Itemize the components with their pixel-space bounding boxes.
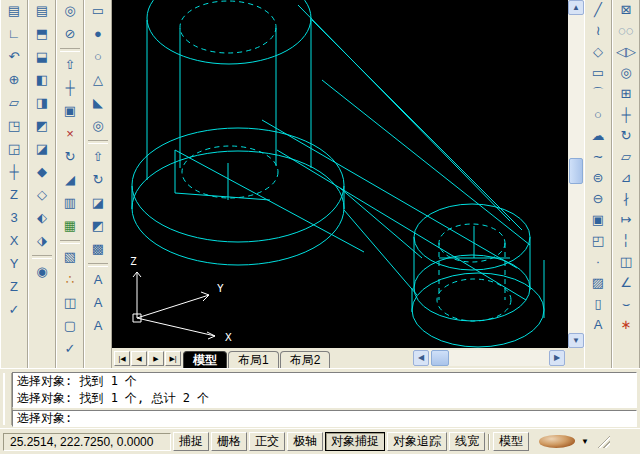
circle-icon[interactable]: ○ [586,105,610,126]
extrude-icon[interactable]: ⇧ [86,146,110,169]
setup-view-icon[interactable]: A [86,292,110,315]
view-sw-isometric-icon[interactable]: ◆ [30,161,54,184]
ucs-origin-icon[interactable]: ┼ [2,161,26,184]
view-se-isometric-icon[interactable]: ◇ [30,184,54,207]
ucs-object-icon[interactable]: ▱ [2,92,26,115]
move-faces-icon[interactable]: ┼ [58,77,82,100]
tab-layout1[interactable]: 布局1 [228,351,279,368]
revolve-icon[interactable]: ↻ [86,169,110,192]
check-icon[interactable]: ✓ [58,338,82,361]
solid-box-icon[interactable]: ▭ [86,0,110,23]
move-icon[interactable]: ┼ [614,105,638,126]
clean-icon[interactable]: ∴ [58,269,82,292]
otrack-toggle[interactable]: 对象追踪 [387,432,447,451]
ellipse-icon[interactable]: ⊜ [586,168,610,189]
extrude-faces-icon[interactable]: ⇧ [58,54,82,77]
view-top-icon[interactable]: ⬒ [30,23,54,46]
revcloud-icon[interactable]: ☁ [586,126,610,147]
trim-icon[interactable]: ∤ [614,189,638,210]
region-icon[interactable]: ▯ [586,294,610,315]
rotate-faces-icon[interactable]: ↻ [58,146,82,169]
copy-icon[interactable]: ◌◌ [614,21,638,42]
setup-profile-icon[interactable]: A [86,315,110,338]
erase-icon[interactable]: ⊠ [614,0,638,21]
scale-icon[interactable]: ▱ [614,147,638,168]
view-ne-isometric-icon[interactable]: ⬖ [30,207,54,230]
scroll-down-button[interactable]: ▼ [568,333,584,348]
camera-icon[interactable]: ◉ [30,261,54,284]
rectangle-icon[interactable]: ▭ [586,63,610,84]
subtract-icon[interactable]: ⊘ [58,23,82,46]
ucs-apply-icon[interactable]: ✓ [2,299,26,322]
communication-center-icon[interactable] [539,435,575,448]
ucs-face-icon[interactable]: ◳ [2,115,26,138]
break-icon[interactable]: ◫ [614,252,638,273]
delete-faces-icon[interactable]: × [58,123,82,146]
setup-drawing-icon[interactable]: A [86,269,110,292]
ucs-rotate-x-icon[interactable]: X [2,230,26,253]
ucs-view-icon[interactable]: ◲ [2,138,26,161]
named-views-icon[interactable]: ▤ [30,0,54,23]
separate-icon[interactable]: ◫ [58,292,82,315]
array-icon[interactable]: ⊞ [614,84,638,105]
interfere-icon[interactable]: ▩ [86,238,110,261]
ortho-toggle[interactable]: 正交 [249,432,285,451]
rotate-icon[interactable]: ↻ [614,126,638,147]
view-nw-isometric-icon[interactable]: ⬗ [30,230,54,253]
insert-block-icon[interactable]: ▣ [586,210,610,231]
union-icon[interactable]: ◎ [58,0,82,23]
drawing-area[interactable]: ZYX [112,0,568,348]
tab-last-button[interactable]: ▶| [165,351,181,366]
color-faces-icon[interactable]: ▦ [58,215,82,238]
scroll-right-button[interactable]: ▶ [549,350,565,366]
polygon-icon[interactable]: ◇ [586,42,610,63]
view-back-icon[interactable]: ◪ [30,138,54,161]
shell-icon[interactable]: ▢ [58,315,82,338]
window-resize-grip[interactable] [597,435,610,448]
solid-cylinder-icon[interactable]: ○ [86,46,110,69]
ucs-previous-icon[interactable]: ↶ [2,46,26,69]
solid-sphere-icon[interactable]: ● [86,23,110,46]
solid-torus-icon[interactable]: ◎ [86,115,110,138]
horizontal-scroll-thumb[interactable] [431,350,449,366]
command-history[interactable]: 选择对象: 找到 1 个选择对象: 找到 1 个, 总计 2 个 [12,372,637,408]
tab-next-button[interactable]: ▶ [148,351,164,366]
point-icon[interactable]: ∙ [586,252,610,273]
view-right-icon[interactable]: ◨ [30,92,54,115]
fillet-icon[interactable]: ⌣ [614,294,638,315]
ellipse-arc-icon[interactable]: ⊖ [586,189,610,210]
model-space-toggle[interactable]: 模型 [493,432,529,451]
offset-faces-icon[interactable]: ▣ [58,100,82,123]
spline-icon[interactable]: ∼ [586,147,610,168]
mtext-icon[interactable]: A [586,315,610,336]
arc-icon[interactable]: ⌒ [586,84,610,105]
command-prompt-line[interactable]: 选择对象: [12,410,637,427]
scroll-up-button[interactable]: ▲ [568,0,584,15]
tab-previous-button[interactable]: ◀ [131,351,147,366]
vertical-scrollbar[interactable]: ▲ ▼ [568,0,584,348]
ucs-dialog-icon[interactable]: ▤ [2,0,26,23]
tab-first-button[interactable]: |◀ [114,351,130,366]
horizontal-scrollbar[interactable]: ◀ ▶ [413,350,565,366]
lineweight-toggle[interactable]: 线宽 [449,432,485,451]
line-icon[interactable]: ╱ [586,0,610,21]
grid-toggle[interactable]: 栅格 [211,432,247,451]
tab-model[interactable]: 模型 [183,351,227,368]
section-icon[interactable]: ◩ [86,215,110,238]
status-menu-arrow-icon[interactable]: ▼ [577,437,593,446]
ucs-3point-icon[interactable]: 3 [2,207,26,230]
polar-toggle[interactable]: 极轴 [287,432,323,451]
copy-faces-icon[interactable]: ▥ [58,192,82,215]
coordinates-readout[interactable]: 25.2514, 222.7250, 0.0000 [3,433,171,451]
ucs-rotate-z-icon[interactable]: Z [2,276,26,299]
polyline-icon[interactable]: ≀ [586,21,610,42]
explode-icon[interactable]: ∗ [614,315,638,336]
ucs-icon[interactable]: ∟ [2,23,26,46]
stretch-icon[interactable]: ⊿ [614,168,638,189]
chamfer-icon[interactable]: ∠ [614,273,638,294]
vertical-scroll-thumb[interactable] [569,158,583,184]
ucs-rotate-y-icon[interactable]: Y [2,253,26,276]
tab-layout2[interactable]: 布局2 [280,351,331,368]
extend-icon[interactable]: ↦ [614,210,638,231]
horizontal-scroll-track[interactable] [429,350,549,366]
